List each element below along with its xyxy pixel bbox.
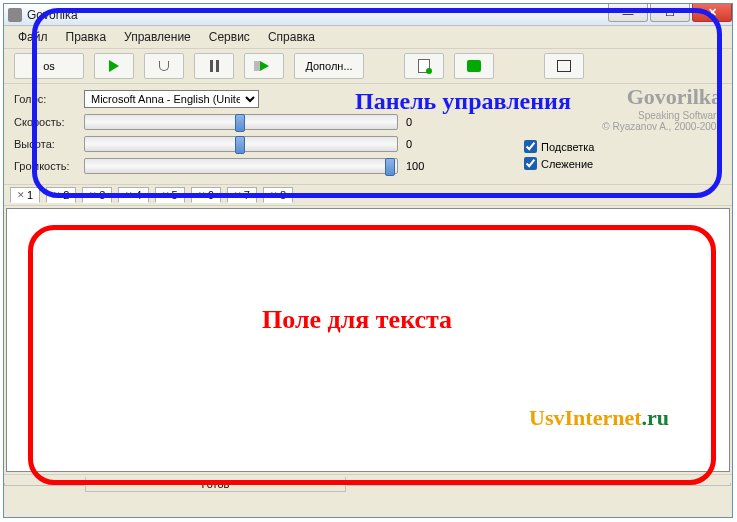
app-window: Govorilka — ☐ ✕ Файл Правка Управление С… bbox=[3, 3, 733, 518]
tab-close-icon: ✕ bbox=[234, 190, 242, 200]
pause-button[interactable] bbox=[194, 53, 234, 79]
text-tabs: ✕1 ✕2 ✕3 ✕4 ✕5 ✕6 ✕7 ✕8 bbox=[4, 185, 732, 206]
doc-refresh-button[interactable] bbox=[404, 53, 444, 79]
highlight-checkbox-row[interactable]: Подсветка bbox=[524, 140, 594, 153]
tab-close-icon: ✕ bbox=[198, 190, 206, 200]
app-title: Govorilka bbox=[27, 8, 78, 22]
app-icon bbox=[8, 8, 22, 22]
highlight-checkbox[interactable] bbox=[524, 140, 537, 153]
tab-close-icon: ✕ bbox=[162, 190, 170, 200]
layout-button[interactable] bbox=[544, 53, 584, 79]
tab-3[interactable]: ✕3 bbox=[82, 187, 112, 203]
watermark: UsvInternet.ru bbox=[529, 405, 669, 431]
status-ready: Готов bbox=[85, 477, 346, 492]
tab-2[interactable]: ✕2 bbox=[46, 187, 76, 203]
menu-file[interactable]: Файл bbox=[10, 28, 56, 46]
voice-label: Голос: bbox=[14, 93, 76, 105]
brand-copyright: © Ryazanov A., 2000-2009 bbox=[602, 121, 722, 132]
pause-icon bbox=[210, 60, 219, 72]
tab-6[interactable]: ✕6 bbox=[191, 187, 221, 203]
tab-4[interactable]: ✕4 bbox=[118, 187, 148, 203]
next-button[interactable] bbox=[244, 53, 284, 79]
stop-button[interactable] bbox=[144, 53, 184, 79]
maximize-button[interactable]: ☐ bbox=[650, 4, 690, 22]
pitch-label: Высота: bbox=[14, 138, 76, 150]
tab-close-icon: ✕ bbox=[270, 190, 278, 200]
voice-select[interactable]: Microsoft Anna - English (Unite bbox=[84, 90, 259, 108]
minimize-button[interactable]: — bbox=[608, 4, 648, 22]
layout-icon bbox=[557, 60, 571, 72]
tab-close-icon: ✕ bbox=[89, 190, 97, 200]
speed-slider[interactable] bbox=[84, 114, 398, 130]
menu-edit[interactable]: Правка bbox=[58, 28, 115, 46]
pitch-slider[interactable] bbox=[84, 136, 398, 152]
next-icon bbox=[260, 61, 269, 71]
highlight-label: Подсветка bbox=[541, 141, 594, 153]
volume-slider[interactable] bbox=[84, 158, 398, 174]
statusbar: Готов bbox=[4, 474, 732, 494]
play-icon bbox=[109, 60, 119, 72]
tab-close-icon: ✕ bbox=[125, 190, 133, 200]
volume-value: 100 bbox=[406, 160, 434, 172]
close-button[interactable]: ✕ bbox=[692, 4, 732, 22]
document-refresh-icon bbox=[418, 59, 430, 73]
brand-name: Govorilka bbox=[602, 84, 722, 110]
tab-1[interactable]: ✕1 bbox=[10, 187, 40, 203]
brand-tagline: Speaking Software bbox=[602, 110, 722, 121]
menubar: Файл Правка Управление Сервис Справка bbox=[4, 26, 732, 49]
tab-7[interactable]: ✕7 bbox=[227, 187, 257, 203]
more-button[interactable]: Дополн... bbox=[294, 53, 364, 79]
tab-close-icon: ✕ bbox=[53, 190, 61, 200]
status-cell-1 bbox=[4, 483, 84, 486]
tab-8[interactable]: ✕8 bbox=[263, 187, 293, 203]
text-editor[interactable]: UsvInternet.ru bbox=[6, 208, 730, 472]
menu-service[interactable]: Сервис bbox=[201, 28, 258, 46]
os-button[interactable]: os bbox=[14, 53, 84, 79]
book-button[interactable] bbox=[454, 53, 494, 79]
titlebar: Govorilka — ☐ ✕ bbox=[4, 4, 732, 26]
follow-label: Слежение bbox=[541, 158, 593, 170]
settings-panel: Голос: Microsoft Anna - English (Unite С… bbox=[4, 84, 732, 185]
tab-5[interactable]: ✕5 bbox=[155, 187, 185, 203]
tab-close-icon: ✕ bbox=[17, 190, 25, 200]
toolbar: os Дополн... bbox=[4, 49, 732, 84]
follow-checkbox-row[interactable]: Слежение bbox=[524, 157, 594, 170]
status-cell-3 bbox=[347, 483, 731, 486]
play-button[interactable] bbox=[94, 53, 134, 79]
speed-value: 0 bbox=[406, 116, 434, 128]
brand-block: Govorilka Speaking Software © Ryazanov A… bbox=[602, 84, 722, 132]
stop-icon bbox=[159, 61, 169, 71]
book-icon bbox=[467, 60, 481, 72]
pitch-value: 0 bbox=[406, 138, 434, 150]
volume-label: Громкость: bbox=[14, 160, 76, 172]
speed-label: Скорость: bbox=[14, 116, 76, 128]
follow-checkbox[interactable] bbox=[524, 157, 537, 170]
menu-control[interactable]: Управление bbox=[116, 28, 199, 46]
menu-help[interactable]: Справка bbox=[260, 28, 323, 46]
